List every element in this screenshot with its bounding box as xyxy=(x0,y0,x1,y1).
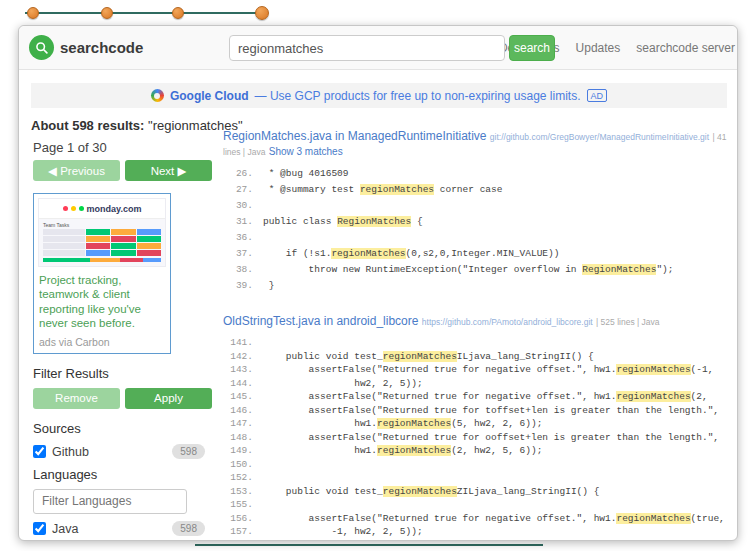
code-line: 152. xyxy=(223,471,731,485)
code-text: assertFalse("Returned true for toffset+l… xyxy=(263,404,719,418)
nav-link-updates[interactable]: Updates xyxy=(576,41,621,55)
carbon-attribution[interactable]: ads via Carbon xyxy=(39,336,165,348)
code-text: * @summary test regionMatches corner cas… xyxy=(263,182,502,198)
code-line: 37. if (!s1.regionMatches(0,s2,0,Integer… xyxy=(223,246,731,262)
match-highlight: regionMatches xyxy=(383,486,457,497)
line-number: 30. xyxy=(223,198,253,214)
github-checkbox[interactable] xyxy=(33,445,46,458)
code-line: 153. public void test_regionMatchesZILja… xyxy=(223,485,731,499)
match-highlight: RegionMatches xyxy=(582,264,656,275)
monday-logo-dot xyxy=(79,206,84,211)
nav-link-searchcode-server[interactable]: searchcode server xyxy=(636,41,735,55)
carbon-ad-text[interactable]: Project tracking, teamwork & client repo… xyxy=(39,273,165,331)
result-title-link[interactable]: RegionMatches.java in ManagedRuntimeInit… xyxy=(223,129,486,143)
line-number: 150. xyxy=(223,458,253,472)
line-number: 153. xyxy=(223,485,253,499)
match-highlight: regionMatches xyxy=(331,248,405,259)
line-number: 149. xyxy=(223,444,253,458)
line-number: 39. xyxy=(223,278,253,294)
code-line: 148. assertFalse("Returned true for ooff… xyxy=(223,431,731,445)
sidebar: Page 1 of 30 ◀ Previous Next ▶ monday.co… xyxy=(31,140,221,541)
monday-screenshot-grid xyxy=(43,229,161,256)
code-text: hw1.regionMatches(5, hw2, 2, 6)); xyxy=(263,417,542,431)
code-text: public void test_regionMatchesZILjava_la… xyxy=(263,485,599,499)
code-line: 26. * @bug 4016509 xyxy=(223,166,731,182)
line-number: 155. xyxy=(223,498,253,512)
java-checkbox[interactable] xyxy=(33,522,46,535)
monday-logo: monday.com xyxy=(39,199,165,219)
languages-list: Java598 xyxy=(31,520,221,538)
line-number: 27. xyxy=(223,182,253,198)
search-group: search xyxy=(229,35,555,61)
monday-ad-image: monday.com Team Tasks xyxy=(38,198,166,267)
bottom-decoration-line xyxy=(195,544,543,546)
languages-heading: Languages xyxy=(33,467,221,483)
code-line: 36. xyxy=(223,230,731,246)
previous-button[interactable]: ◀ Previous xyxy=(33,160,120,181)
header: searchcode DevelopersUpdatessearchcode s… xyxy=(19,26,737,70)
line-number: 36. xyxy=(223,230,253,246)
ad-banner[interactable]: Google Cloud — Use GCP products for free… xyxy=(31,83,727,108)
code-text: hw2, 2, 5)); xyxy=(263,377,423,391)
code-text: assertFalse("Returned true for negative … xyxy=(263,512,725,526)
monday-progress-bar xyxy=(43,258,161,262)
code-line: 157. -1, hw2, 2, 5)); xyxy=(223,525,731,539)
pagination-label: Page 1 of 30 xyxy=(33,140,221,156)
code-line: 39. } xyxy=(223,278,731,294)
code-line: 147. hw1.regionMatches(5, hw2, 2, 6)); xyxy=(223,417,731,431)
code-line: 155. xyxy=(223,498,731,512)
search-button[interactable]: search xyxy=(509,35,555,61)
decoration-dot xyxy=(101,7,113,19)
result-header: OldStringTest.java in android_libcore ht… xyxy=(223,314,731,329)
filter-action-buttons: Remove Apply xyxy=(33,388,221,409)
searchcode-logo[interactable]: searchcode xyxy=(29,35,143,60)
match-highlight: regionMatches xyxy=(383,351,457,362)
match-highlight: regionMatches xyxy=(360,184,434,195)
monday-screenshot-label: Team Tasks xyxy=(43,222,161,228)
filter-row-java[interactable]: Java598 xyxy=(33,520,205,538)
line-number: 144. xyxy=(223,377,253,391)
search-input[interactable] xyxy=(229,35,505,61)
code-line: 27. * @summary test regionMatches corner… xyxy=(223,182,731,198)
next-button[interactable]: Next ▶ xyxy=(125,160,212,181)
code-line: 146. assertFalse("Returned true for toff… xyxy=(223,404,731,418)
line-number: 148. xyxy=(223,431,253,445)
language-filter-input[interactable] xyxy=(33,489,187,514)
ad-brand[interactable]: Google Cloud xyxy=(170,89,249,103)
repo-link[interactable]: git://github.com/GregBowyer/ManagedRunti… xyxy=(490,132,709,142)
line-number: 141. xyxy=(223,336,253,350)
filter-row-github[interactable]: Github598 xyxy=(33,443,205,461)
result-title-link[interactable]: OldStringTest.java in android_libcore xyxy=(223,314,418,328)
remove-button[interactable]: Remove xyxy=(33,388,120,409)
monday-logo-dot xyxy=(63,206,68,211)
searchcode-window: searchcode DevelopersUpdatessearchcode s… xyxy=(18,25,738,541)
results-list: RegionMatches.java in ManagedRuntimeInit… xyxy=(223,129,731,541)
ad-text: — Use GCP products for free up to non-ex… xyxy=(255,89,581,103)
code-line: 30. xyxy=(223,198,731,214)
count-badge: 598 xyxy=(172,444,205,459)
code-text: * @bug 4016509 xyxy=(263,166,349,182)
code-text: assertFalse("Returned true for negative … xyxy=(263,390,708,404)
show-matches-link[interactable]: Show 3 matches xyxy=(269,146,343,157)
google-cloud-icon xyxy=(151,89,164,102)
code-text: public void test_regionMatchesILjava_lan… xyxy=(263,350,594,364)
magnifier-icon xyxy=(29,35,54,60)
line-number: 156. xyxy=(223,512,253,526)
repo-link[interactable]: https://github.com/PAmoto/android_libcor… xyxy=(422,317,593,327)
apply-button[interactable]: Apply xyxy=(125,388,212,409)
code-line: 38. throw new RuntimeException("Integer … xyxy=(223,262,731,278)
line-number: 142. xyxy=(223,350,253,364)
code-text: -1, hw2, 2, 5)); xyxy=(263,525,423,539)
match-highlight: regionMatches xyxy=(616,391,690,402)
match-highlight: RegionMatches xyxy=(337,216,411,227)
line-number: 146. xyxy=(223,404,253,418)
ad-badge: AD xyxy=(587,89,608,102)
result-meta: | 525 lines | Java xyxy=(596,317,659,327)
carbon-ad[interactable]: monday.com Team Tasks Project tracking, … xyxy=(33,193,171,354)
code-text: throw new RuntimeException("Integer over… xyxy=(263,262,674,278)
decoration-dot xyxy=(172,7,184,19)
code-text: hw1.regionMatches(2, hw2, 5, 6)); xyxy=(263,444,542,458)
code-text: public class RegionMatches { xyxy=(263,214,423,230)
match-highlight: regionMatches xyxy=(616,513,690,524)
filter-label: Github xyxy=(52,445,89,459)
